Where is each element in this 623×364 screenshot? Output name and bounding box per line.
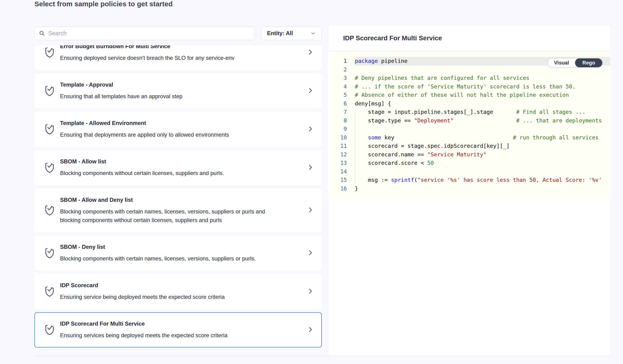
code-line: 7 stage = input.pipeline.stages[_].stage… — [329, 108, 610, 116]
line-number: 4 — [329, 83, 347, 90]
line-content: some key # run through all services — [355, 133, 610, 142]
entity-filter-label: Entity: All — [267, 30, 293, 37]
line-number: 10 — [329, 134, 347, 141]
policy-description: Ensuring that all templates have an appr… — [60, 92, 279, 101]
policy-card[interactable]: SBOM - Deny listBlocking components with… — [34, 236, 322, 271]
line-content — [355, 125, 610, 133]
shield-check-icon — [44, 285, 55, 298]
page-title: Select from sample policies to get start… — [34, 0, 173, 8]
policy-card[interactable]: SBOM - Allow and Deny listBlocking compo… — [34, 189, 322, 232]
shield-check-icon — [44, 204, 55, 217]
line-content: # Deny pipelines that are configured for… — [355, 74, 610, 82]
shield-check-icon — [44, 123, 55, 136]
code-line: 3# Deny pipelines that are configured fo… — [329, 74, 610, 82]
chevron-down-icon — [310, 30, 316, 36]
line-number: 2 — [329, 66, 347, 73]
search-input[interactable] — [48, 30, 250, 37]
code-line: 8 stage.type == "Deployment" # ... that … — [329, 116, 610, 125]
line-content: scorecard = stage.spec.idpScorecard[key]… — [355, 142, 610, 150]
policy-list: Error Budget Burndown For Multi ServiceE… — [34, 45, 322, 356]
policy-texts: SBOM - Deny listBlocking components with… — [60, 243, 305, 263]
policy-description: Ensuring that deployments are applied on… — [60, 130, 279, 139]
code-line: 9 — [329, 125, 610, 133]
line-content: # ... if the score of 'Service Maturity'… — [355, 82, 610, 91]
search-box[interactable] — [34, 26, 255, 40]
policy-card[interactable]: Template - ApprovalEnsuring that all tem… — [34, 73, 322, 108]
view-mode-toggle: Visual Rego — [548, 58, 602, 67]
line-content — [355, 167, 610, 176]
code-line: 16} — [329, 184, 610, 193]
line-number: 12 — [329, 151, 347, 158]
policy-card[interactable]: Template - Allowed EnvironmentEnsuring t… — [34, 112, 322, 147]
line-number: 9 — [329, 126, 347, 132]
search-icon — [39, 30, 45, 36]
code-editor[interactable]: 1package pipeline23# Deny pipelines that… — [329, 51, 610, 355]
line-number: 3 — [329, 75, 347, 81]
chevron-right-icon — [307, 163, 314, 172]
policy-description: Ensuring services being deployed meets t… — [60, 331, 279, 340]
line-content: deny[msg] { — [355, 99, 610, 108]
shield-check-icon — [44, 324, 55, 336]
line-content: } — [355, 184, 610, 193]
toggle-visual-button[interactable]: Visual — [548, 58, 575, 67]
code-line: 11 scorecard = stage.spec.idpScorecard[k… — [329, 142, 610, 150]
policy-card[interactable]: IDP Scorecard For Multi ServiceEnsuring … — [34, 312, 322, 347]
policy-texts: IDP ScorecardEnsuring service being depl… — [60, 282, 305, 301]
line-number: 6 — [329, 100, 347, 107]
policy-description: Blocking components with certain names, … — [60, 207, 279, 224]
chevron-right-icon — [307, 125, 314, 134]
policy-card[interactable]: Error Budget Burndown For Multi ServiceE… — [34, 45, 322, 70]
line-content: stage.type == "Deployment" # ... that ar… — [355, 116, 610, 125]
chevron-right-icon — [307, 86, 314, 96]
code-line: 15 msg := sprintf("service '%s' has scor… — [329, 176, 610, 184]
line-number: 11 — [329, 143, 347, 149]
policy-description: Ensuring service being deployed meets th… — [60, 293, 279, 301]
code-line: 14 — [329, 167, 610, 176]
code-line: 6deny[msg] { — [329, 99, 610, 108]
policy-title: SBOM - Deny list — [60, 243, 305, 250]
policy-title: Template - Approval — [60, 81, 305, 88]
shield-check-icon — [44, 46, 55, 59]
entity-filter-dropdown[interactable]: Entity: All — [261, 26, 322, 40]
policy-texts: Template - ApprovalEnsuring that all tem… — [60, 81, 305, 101]
shield-check-icon — [44, 162, 55, 174]
detail-header: IDP Scorecard For Multi Service — [329, 26, 610, 51]
policy-texts: IDP Scorecard For Multi ServiceEnsuring … — [60, 320, 305, 340]
policy-texts: Error Budget Burndown For Multi ServiceE… — [60, 45, 305, 62]
policy-card[interactable]: SBOM - Allow listBlocking components wit… — [34, 150, 322, 185]
line-number: 1 — [329, 58, 347, 64]
shield-check-icon — [44, 247, 55, 259]
policy-title: SBOM - Allow and Deny list — [60, 196, 305, 203]
code-lines: 1package pipeline23# Deny pipelines that… — [329, 51, 610, 193]
policy-description: Ensuring deployed service doesn't breach… — [60, 54, 279, 62]
policy-texts: Template - Allowed EnvironmentEnsuring t… — [60, 120, 305, 139]
line-number: 15 — [329, 177, 347, 183]
code-line: 12 scorecard.name == "Service Maturity" — [329, 150, 610, 159]
policy-description: Blocking components with certain names, … — [60, 254, 279, 263]
line-number: 16 — [329, 185, 347, 192]
policy-card[interactable]: IDP ScorecardEnsuring service being depl… — [34, 274, 322, 309]
chevron-right-icon — [307, 206, 314, 215]
shield-check-icon — [44, 85, 55, 97]
line-content: scorecard.score < 50 — [355, 159, 610, 167]
line-content: scorecard.name == "Service Maturity" — [355, 150, 610, 159]
list-toolbar: Entity: All — [34, 26, 322, 40]
code-line: 5# Absence of either of these will not h… — [329, 91, 610, 99]
line-number: 7 — [329, 109, 347, 115]
line-number: 5 — [329, 92, 347, 98]
policy-title: Error Budget Burndown For Multi Service — [60, 45, 305, 50]
line-content: # Absence of either of these will not ha… — [355, 91, 610, 99]
code-line: 4# ... if the score of 'Service Maturity… — [329, 82, 610, 91]
code-line: 13 scorecard.score < 50 — [329, 159, 610, 167]
line-number: 13 — [329, 160, 347, 166]
toggle-rego-button[interactable]: Rego — [575, 58, 602, 67]
content-bottom-divider — [34, 356, 610, 356]
policy-texts: SBOM - Allow listBlocking components wit… — [60, 158, 305, 177]
chevron-right-icon — [307, 48, 314, 57]
line-number: 14 — [329, 168, 347, 175]
policy-title: Template - Allowed Environment — [60, 120, 305, 127]
policy-detail-panel: IDP Scorecard For Multi Service 1package… — [329, 26, 610, 356]
chevron-right-icon — [307, 325, 314, 335]
line-content: msg := sprintf("service '%s' has score l… — [355, 176, 610, 184]
line-content: stage = input.pipeline.stages[_].stage #… — [355, 108, 610, 116]
